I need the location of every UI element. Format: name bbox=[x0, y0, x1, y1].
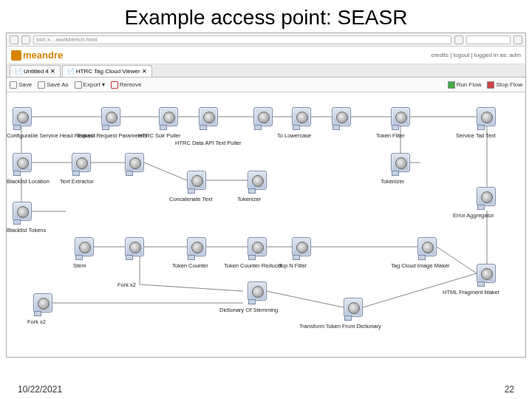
node-label: To Lowercase bbox=[277, 132, 311, 139]
logo: meandre bbox=[11, 50, 63, 61]
tab-htrc-tag-cloud[interactable]: 📄HTRC Tag Cloud Viewer✕ bbox=[62, 65, 152, 77]
flow-node[interactable] bbox=[248, 171, 267, 190]
node-label: Transform Token From Dictionary bbox=[299, 323, 381, 330]
flow-node[interactable] bbox=[13, 107, 32, 126]
play-icon bbox=[448, 81, 455, 89]
tab-bar: 📄Untitled 4✕ 📄HTRC Tag Cloud Viewer✕ bbox=[7, 64, 525, 78]
close-icon[interactable]: ✕ bbox=[50, 68, 55, 75]
flow-node[interactable] bbox=[125, 237, 144, 256]
close-icon[interactable]: ✕ bbox=[142, 68, 147, 75]
browser-navbar: ssh:x…workbench.html bbox=[7, 33, 525, 47]
search-input[interactable] bbox=[466, 35, 511, 44]
session-info: credits | logout | logged in as: adm bbox=[431, 52, 521, 58]
flow-node[interactable] bbox=[125, 153, 144, 172]
node-label: Tokenizer bbox=[381, 178, 404, 185]
flow-node[interactable] bbox=[248, 237, 267, 256]
export-button[interactable]: Export ▾ bbox=[75, 81, 105, 89]
credits-link[interactable]: credits bbox=[431, 52, 449, 58]
node-label: Top N Filter bbox=[279, 262, 307, 269]
node-label: Token Counter Reducer bbox=[224, 262, 282, 269]
stop-icon bbox=[487, 81, 494, 89]
node-label: Tag Cloud Image Maker bbox=[391, 262, 450, 269]
flow-node[interactable] bbox=[253, 107, 273, 126]
stop-flow-button[interactable]: Stop Flow bbox=[487, 81, 522, 89]
logged-in-label: logged in as: adm bbox=[474, 52, 521, 58]
logo-icon bbox=[11, 50, 21, 61]
export-icon bbox=[75, 81, 82, 89]
flow-node[interactable] bbox=[13, 202, 32, 221]
trash-icon bbox=[111, 81, 118, 89]
node-label: Token Filter bbox=[376, 132, 405, 139]
app-header: meandre credits | logout | logged in as:… bbox=[7, 47, 525, 64]
flow-node[interactable] bbox=[187, 237, 206, 256]
run-flow-button[interactable]: Run Flow bbox=[448, 81, 482, 89]
node-label: Dictionary Of Stemming bbox=[219, 307, 278, 313]
node-label: Extract Request Parameters bbox=[78, 132, 147, 139]
flow-node[interactable] bbox=[417, 237, 437, 256]
footer-page: 22 bbox=[505, 384, 514, 395]
node-label: Concatenate Text bbox=[169, 196, 212, 202]
flow-node[interactable] bbox=[344, 298, 363, 317]
flow-node[interactable] bbox=[187, 171, 206, 190]
app-window: ssh:x…workbench.html meandre credits | l… bbox=[6, 33, 526, 358]
remove-button[interactable]: Remove bbox=[111, 81, 142, 89]
slide-footer: 10/22/2021 22 bbox=[0, 384, 532, 395]
node-label: Service Tail Text bbox=[456, 132, 496, 139]
node-label: HTRC Data API Text Puller bbox=[175, 140, 241, 146]
flow-node[interactable] bbox=[159, 107, 178, 126]
toolbar: Save Save As Export ▾ Remove Run Flow St… bbox=[7, 78, 525, 92]
footer-date: 10/22/2021 bbox=[18, 384, 62, 395]
disk-icon bbox=[38, 81, 45, 89]
forward-icon[interactable] bbox=[21, 35, 30, 44]
node-label: Fork x2 bbox=[27, 318, 46, 325]
svg-line-24 bbox=[140, 284, 243, 291]
tab-untitled[interactable]: 📄Untitled 4✕ bbox=[10, 65, 61, 77]
svg-line-21 bbox=[267, 291, 344, 307]
flow-node[interactable] bbox=[13, 153, 32, 172]
svg-line-10 bbox=[144, 163, 187, 180]
home-icon[interactable] bbox=[514, 35, 522, 44]
address-bar[interactable]: ssh:x…workbench.html bbox=[33, 35, 451, 44]
flow-node[interactable] bbox=[332, 107, 351, 126]
node-label: HTRC Solr Puller bbox=[138, 132, 181, 139]
save-as-button[interactable]: Save As bbox=[38, 81, 68, 89]
logo-text: meandre bbox=[23, 50, 63, 61]
flow-node[interactable] bbox=[292, 237, 311, 256]
flow-node[interactable] bbox=[101, 107, 120, 126]
flow-node[interactable] bbox=[391, 153, 410, 172]
reload-icon[interactable] bbox=[454, 35, 463, 44]
file-icon: 📄 bbox=[15, 68, 22, 75]
node-label: Token Counter bbox=[172, 262, 208, 269]
node-label: Tokenizer bbox=[237, 196, 261, 202]
flow-node[interactable] bbox=[477, 264, 496, 283]
node-label: Fork x2 bbox=[117, 282, 136, 288]
node-label: Blacklist Location bbox=[7, 178, 50, 185]
flow-node[interactable] bbox=[199, 107, 218, 126]
node-label: Stem bbox=[73, 262, 86, 269]
logout-link[interactable]: logout bbox=[454, 52, 470, 58]
node-label: Blacklist Tokens bbox=[7, 227, 46, 233]
flow-node[interactable] bbox=[477, 107, 496, 126]
node-label: Error Aggregator bbox=[453, 212, 494, 219]
node-label: Text Extractor bbox=[60, 178, 94, 185]
flow-node[interactable] bbox=[75, 237, 94, 256]
node-label: HTML Fragment Maker bbox=[443, 289, 499, 296]
flow-node[interactable] bbox=[33, 293, 52, 313]
flow-node[interactable] bbox=[477, 187, 496, 206]
save-button[interactable]: Save bbox=[10, 81, 32, 89]
flow-node[interactable] bbox=[391, 107, 410, 126]
file-icon: 📄 bbox=[67, 68, 75, 75]
disk-icon bbox=[10, 81, 17, 89]
flow-node[interactable] bbox=[72, 153, 91, 172]
back-icon[interactable] bbox=[10, 35, 18, 44]
slide-title: Example access point: SEASR bbox=[0, 0, 532, 33]
flow-node[interactable] bbox=[248, 282, 267, 301]
svg-line-19 bbox=[437, 247, 477, 273]
flow-canvas[interactable]: Configurable Service Head RequestExtract… bbox=[7, 92, 525, 357]
flow-node[interactable] bbox=[292, 107, 311, 126]
